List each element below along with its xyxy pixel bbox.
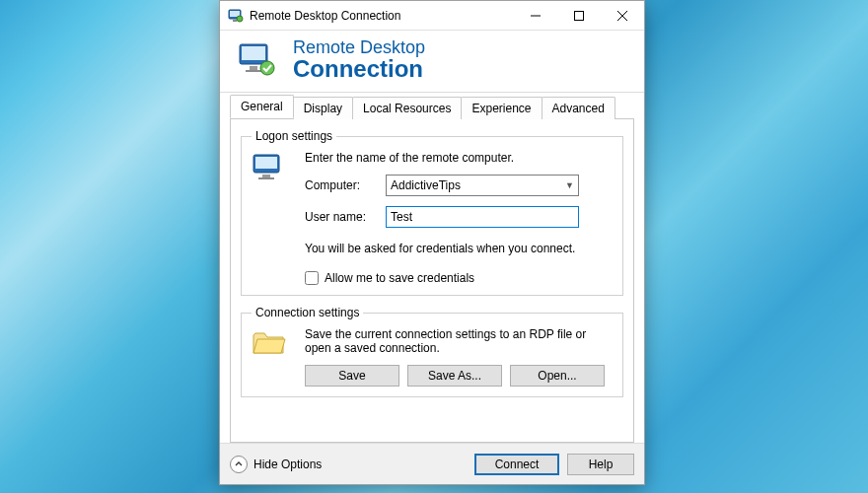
save-as-button[interactable]: Save As... (407, 365, 502, 387)
chevron-up-icon (230, 456, 248, 473)
svg-point-3 (237, 16, 243, 22)
tab-pane-general: Logon settings Enter t (230, 118, 634, 443)
svg-rect-16 (258, 177, 274, 179)
username-row: User name: (305, 206, 613, 228)
logon-settings-group: Logon settings Enter t (241, 129, 623, 296)
window-title: Remote Desktop Connection (250, 9, 514, 23)
folder-icon (252, 327, 295, 357)
connection-instruction: Save the current connection settings to … (305, 327, 613, 355)
tab-general[interactable]: General (230, 95, 294, 118)
svg-rect-5 (575, 12, 584, 21)
tab-advanced[interactable]: Advanced (542, 97, 615, 119)
tab-display[interactable]: Display (293, 97, 353, 119)
banner: Remote Desktop Connection (220, 31, 644, 93)
rdc-logo-icon (238, 40, 277, 80)
open-button[interactable]: Open... (510, 365, 605, 387)
svg-rect-2 (233, 20, 237, 22)
svg-rect-10 (250, 66, 257, 70)
close-button[interactable] (601, 1, 644, 31)
banner-title: Remote Desktop Connection (293, 38, 425, 82)
computer-value: AddictiveTips (391, 178, 561, 192)
logon-instruction: Enter the name of the remote computer. (305, 151, 613, 165)
computer-row: Computer: AddictiveTips ▼ (305, 175, 613, 196)
svg-rect-11 (246, 70, 261, 72)
hide-options-label: Hide Options (253, 458, 322, 471)
credentials-note: You will be asked for credentials when y… (305, 242, 613, 255)
connection-legend: Connection settings (252, 306, 363, 319)
tabs: General Display Local Resources Experien… (230, 95, 634, 118)
logon-legend: Logon settings (252, 129, 336, 143)
app-icon (228, 8, 244, 24)
banner-line2: Connection (293, 56, 425, 82)
minimize-button[interactable] (514, 1, 557, 31)
save-credentials-checkbox[interactable] (305, 271, 319, 285)
save-credentials-row: Allow me to save credentials (305, 271, 613, 285)
banner-line1: Remote Desktop (293, 38, 425, 56)
chevron-down-icon: ▼ (561, 180, 574, 190)
connection-buttons: Save Save As... Open... (305, 365, 613, 387)
svg-point-12 (260, 61, 274, 75)
hide-options-toggle[interactable]: Hide Options (230, 456, 467, 473)
window-controls (514, 1, 644, 30)
computer-combobox[interactable]: AddictiveTips ▼ (386, 175, 579, 196)
titlebar[interactable]: Remote Desktop Connection (220, 1, 644, 31)
svg-rect-14 (255, 157, 277, 169)
connect-button[interactable]: Connect (474, 454, 559, 475)
rdc-window: Remote Desktop Connection (219, 0, 645, 485)
svg-rect-15 (262, 175, 270, 177)
username-input[interactable] (386, 206, 579, 228)
save-credentials-label: Allow me to save credentials (325, 271, 474, 285)
save-button[interactable]: Save (305, 365, 399, 387)
monitor-icon (252, 153, 295, 186)
username-label: User name: (305, 210, 378, 224)
connection-settings-group: Connection settings Save the current con… (241, 306, 623, 397)
footer: Hide Options Connect Help (220, 443, 644, 484)
maximize-button[interactable] (557, 1, 601, 31)
computer-label: Computer: (305, 178, 378, 192)
help-button[interactable]: Help (567, 454, 634, 475)
tab-local-resources[interactable]: Local Resources (352, 97, 462, 119)
tab-experience[interactable]: Experience (461, 97, 542, 119)
svg-rect-9 (242, 46, 265, 60)
content-area: General Display Local Resources Experien… (220, 93, 644, 443)
